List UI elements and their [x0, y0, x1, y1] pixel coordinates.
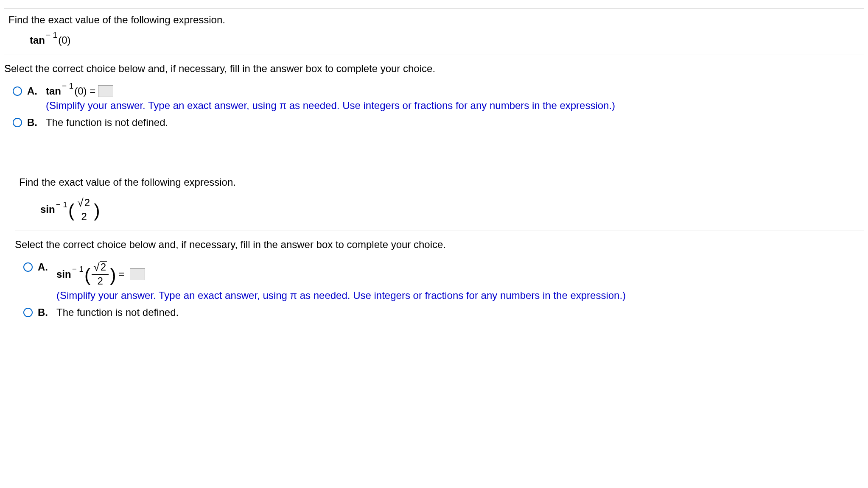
choice-b-row: B. The function is not defined. — [13, 117, 864, 128]
func-name: sin — [40, 204, 55, 215]
sqrt: √ 2 — [77, 197, 91, 209]
choice-a-body: sin − 1 ( √ 2 2 ) = — [56, 261, 626, 301]
question-1: Find the exact value of the following ex… — [4, 8, 864, 128]
sub-prompt: Select the correct choice below and, if … — [15, 239, 864, 251]
radicand: 2 — [84, 197, 91, 209]
radio-b[interactable] — [13, 118, 22, 127]
question-2: Find the exact value of the following ex… — [15, 171, 864, 318]
choices: A. tan − 1 (0) = (Simplify your answer. … — [13, 85, 864, 128]
fraction: √ 2 2 — [92, 261, 109, 287]
choice-a-hint: (Simplify your answer. Type an exact ans… — [56, 290, 626, 301]
radicand: 2 — [100, 261, 107, 273]
argument-eq: (0) = — [74, 85, 95, 97]
choice-b-body: The function is not defined. — [56, 307, 179, 318]
sqrt: √ 2 — [93, 261, 107, 273]
exponent: − 1 — [56, 200, 67, 209]
radio-a[interactable] — [23, 262, 33, 272]
equals: = — [119, 268, 125, 280]
answer-input[interactable] — [130, 268, 145, 280]
choice-b-row: B. The function is not defined. — [23, 307, 864, 318]
choice-b-label: B. — [27, 117, 38, 128]
question-expression: tan − 1 (0) — [30, 34, 864, 46]
choice-b-text: The function is not defined. — [46, 117, 168, 128]
argument: (0) — [58, 34, 70, 46]
answer-input[interactable] — [98, 85, 113, 97]
func-name: sin — [56, 268, 71, 280]
right-paren: ) — [110, 266, 116, 284]
divider — [15, 171, 864, 171]
func-name: tan — [46, 85, 61, 97]
radio-b[interactable] — [23, 308, 33, 317]
question-prompt: Find the exact value of the following ex… — [8, 14, 864, 26]
question-prompt: Find the exact value of the following ex… — [19, 176, 864, 188]
sqrt-sign: √ — [93, 261, 99, 273]
radio-a[interactable] — [13, 86, 22, 96]
divider — [15, 231, 864, 231]
exponent: − 1 — [46, 31, 57, 40]
choice-a-label: A. — [27, 85, 38, 97]
func-name: tan — [30, 34, 45, 46]
sqrt-sign: √ — [77, 197, 83, 209]
choice-a-label: A. — [38, 261, 49, 273]
right-paren: ) — [94, 201, 100, 220]
choice-b-body: The function is not defined. — [46, 117, 168, 128]
sub-prompt: Select the correct choice below and, if … — [4, 63, 864, 75]
choice-a-hint: (Simplify your answer. Type an exact ans… — [46, 100, 615, 112]
choice-b-label: B. — [38, 307, 49, 318]
exponent: − 1 — [72, 265, 84, 274]
fraction: √ 2 2 — [76, 197, 92, 222]
exponent: − 1 — [62, 81, 73, 91]
denominator: 2 — [81, 210, 87, 222]
choices: A. sin − 1 ( √ 2 2 ) — [23, 261, 864, 318]
numerator: √ 2 — [76, 197, 92, 210]
divider — [4, 55, 864, 55]
question-expression: sin − 1 ( √ 2 2 ) — [40, 197, 864, 222]
choice-b-text: The function is not defined. — [56, 307, 179, 318]
left-paren: ( — [84, 266, 90, 284]
denominator: 2 — [98, 275, 103, 287]
left-paren: ( — [68, 201, 74, 220]
choice-a-body: tan − 1 (0) = (Simplify your answer. Typ… — [46, 85, 615, 112]
choice-a-expr: tan − 1 (0) = — [46, 85, 615, 97]
choice-a-row: A. sin − 1 ( √ 2 2 ) — [23, 261, 864, 301]
divider — [4, 8, 864, 9]
choice-a-row: A. tan − 1 (0) = (Simplify your answer. … — [13, 85, 864, 112]
choice-a-expr: sin − 1 ( √ 2 2 ) = — [56, 261, 626, 287]
numerator: √ 2 — [92, 261, 109, 275]
